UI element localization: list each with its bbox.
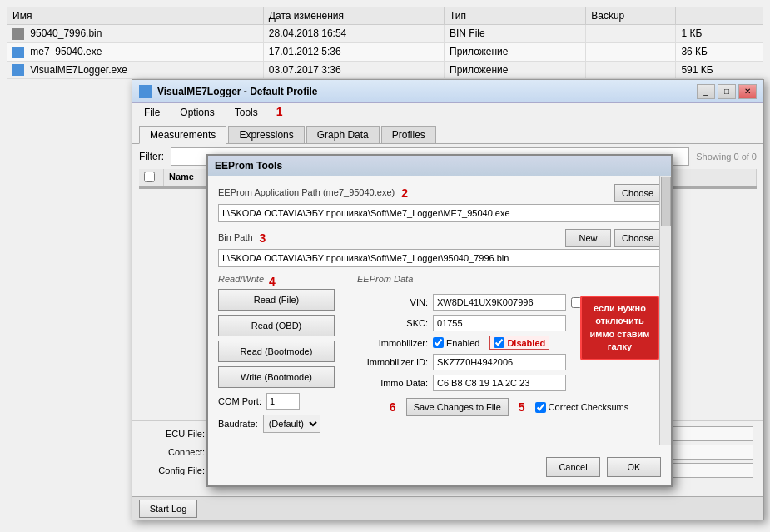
file-date-cell: 03.07.2017 3:36 xyxy=(263,61,444,79)
bottom-bar: Start Log xyxy=(132,496,763,520)
cancel-btn[interactable]: Cancel xyxy=(546,457,600,477)
col-name: Имя xyxy=(7,7,264,25)
col-checkbox xyxy=(139,169,164,186)
start-log-btn[interactable]: Start Log xyxy=(139,500,197,518)
window-titlebar: VisualME7Logger - Default Profile _ □ ✕ xyxy=(132,80,763,103)
save-changes-btn[interactable]: Save Changes to File xyxy=(406,398,509,416)
read-write-col: Read/Write 4 Read (File) Read (OBD) Read… xyxy=(218,274,347,433)
app-path-label: EEProm Application Path (me7_95040.exe) xyxy=(218,187,395,197)
scroll-area[interactable] xyxy=(659,176,671,445)
file-date-cell: 28.04.2018 16:54 xyxy=(263,25,444,43)
read-obd-btn[interactable]: Read (OBD) xyxy=(218,315,335,336)
choose-bin-btn[interactable]: Choose xyxy=(614,229,661,247)
file-backup-cell xyxy=(586,25,676,43)
menu-tools[interactable]: Tools xyxy=(230,105,263,120)
col-size xyxy=(676,7,763,25)
new-btn[interactable]: New xyxy=(565,229,611,247)
ecu-file-label: ECU File: xyxy=(142,429,205,439)
label-2: 2 xyxy=(401,186,408,200)
choose-app-btn[interactable]: Choose xyxy=(614,184,661,202)
menu-file[interactable]: File xyxy=(139,105,165,120)
eeprom-dialog: EEProm Tools EEProm Application Path (me… xyxy=(206,154,673,487)
read-bootmode-btn[interactable]: Read (Bootmode) xyxy=(218,341,335,362)
tab-graph-data[interactable]: Graph Data xyxy=(306,126,380,143)
col-date: Дата изменения xyxy=(263,7,444,25)
vin-input[interactable] xyxy=(433,294,566,311)
bin-path-input[interactable] xyxy=(218,249,661,267)
correct-checksums-label[interactable]: Correct Checksums xyxy=(535,402,629,413)
immo-data-input[interactable] xyxy=(433,375,566,391)
label-6: 6 xyxy=(390,400,396,414)
close-btn[interactable]: ✕ xyxy=(738,84,757,99)
file-size-cell: 36 КБ xyxy=(676,42,763,61)
correct-checksums-checkbox[interactable] xyxy=(535,402,546,413)
data-section-title: EEProm Data xyxy=(357,274,413,284)
com-port-label: COM Port: xyxy=(218,396,261,406)
file-backup-cell xyxy=(586,42,676,61)
filter-label: Filter: xyxy=(139,151,164,162)
immo-data-row: Immo Data: xyxy=(357,375,661,391)
menubar: File Options Tools 1 xyxy=(132,103,763,122)
showing-label: Showing 0 of 0 xyxy=(696,152,757,162)
app-path-row: EEProm Application Path (me7_95040.exe) … xyxy=(218,184,661,222)
two-col-layout: Read/Write 4 Read (File) Read (OBD) Read… xyxy=(218,274,661,433)
com-port-input[interactable] xyxy=(266,393,300,410)
maximize-btn[interactable]: □ xyxy=(718,84,736,99)
file-date-cell: 17.01.2012 5:36 xyxy=(263,42,444,61)
write-bootmode-btn[interactable]: Write (Bootmode) xyxy=(218,366,335,388)
tabs-bar: Measurements Expressions Graph Data Prof… xyxy=(132,122,763,144)
bin-path-row: Bin Path 3 New Choose xyxy=(218,229,661,267)
baudrate-select[interactable]: (Default) xyxy=(263,415,320,433)
col-backup: Backup xyxy=(586,7,676,25)
tab-expressions[interactable]: Expressions xyxy=(228,126,304,143)
rw-section-title: Read/Write xyxy=(218,274,264,284)
file-name-cell: VisualME7Logger.exe xyxy=(7,61,264,79)
file-size-cell: 591 КБ xyxy=(676,61,763,79)
save-row: 6 Save Changes to File 5 Correct Checksu… xyxy=(357,398,661,416)
app-icon xyxy=(139,85,152,98)
rw-header: Read/Write 4 xyxy=(218,274,347,289)
dialog-footer: Cancel OK xyxy=(546,457,661,477)
eeprom-body: EEProm Application Path (me7_95040.exe) … xyxy=(208,176,671,441)
table-row: VisualME7Logger.exe 03.07.2017 3:36 Прил… xyxy=(7,61,763,79)
baudrate-label: Baudrate: xyxy=(218,419,258,429)
disabled-checkbox[interactable] xyxy=(494,337,504,348)
enabled-checkbox[interactable] xyxy=(433,337,444,348)
disabled-checkbox-label[interactable]: Disabled xyxy=(489,336,549,350)
file-size-cell: 1 КБ xyxy=(676,25,763,43)
file-type-cell: Приложение xyxy=(445,42,586,61)
label-5: 5 xyxy=(519,400,525,414)
data-header: EEProm Data xyxy=(357,274,661,289)
config-file-label: Config File: xyxy=(142,465,205,475)
select-all-checkbox[interactable] xyxy=(144,172,155,182)
eeprom-data-col: EEProm Data VIN: Fix Death Code SKC: xyxy=(357,274,661,433)
menu-options[interactable]: Options xyxy=(175,105,219,120)
minimize-btn[interactable]: _ xyxy=(697,84,715,99)
tab-profiles[interactable]: Profiles xyxy=(381,126,436,143)
label-3: 3 xyxy=(260,231,266,245)
com-port-row: COM Port: xyxy=(218,393,347,410)
app-path-input[interactable] xyxy=(218,204,661,222)
file-name-cell: 95040_7996.bin xyxy=(7,25,264,43)
window-title: VisualME7Logger - Default Profile xyxy=(157,86,697,97)
file-type-cell: BIN File xyxy=(445,25,586,43)
immobilizer-label: Immobilizer: xyxy=(357,338,428,348)
file-backup-cell xyxy=(586,61,676,79)
read-file-btn[interactable]: Read (File) xyxy=(218,289,335,311)
table-row: 95040_7996.bin 28.04.2018 16:54 BIN File… xyxy=(7,25,763,43)
immo-id-input[interactable] xyxy=(433,354,566,370)
ok-btn[interactable]: OK xyxy=(607,457,661,477)
scroll-thumb[interactable] xyxy=(661,177,671,226)
window-controls: _ □ ✕ xyxy=(697,84,757,99)
baudrate-row: Baudrate: (Default) xyxy=(218,415,347,433)
tab-measurements[interactable]: Measurements xyxy=(139,126,226,144)
col-type: Тип xyxy=(445,7,586,25)
connect-label: Connect: xyxy=(142,447,205,457)
skc-input[interactable] xyxy=(433,315,566,331)
label-4: 4 xyxy=(269,275,276,288)
enabled-checkbox-label[interactable]: Enabled xyxy=(433,337,479,348)
skc-label: SKC: xyxy=(357,318,428,328)
label-1: 1 xyxy=(276,105,283,120)
immo-id-label: Immobilizer ID: xyxy=(357,357,428,367)
annotation-box: если нужно отключить иммо ставим галку xyxy=(580,296,659,360)
